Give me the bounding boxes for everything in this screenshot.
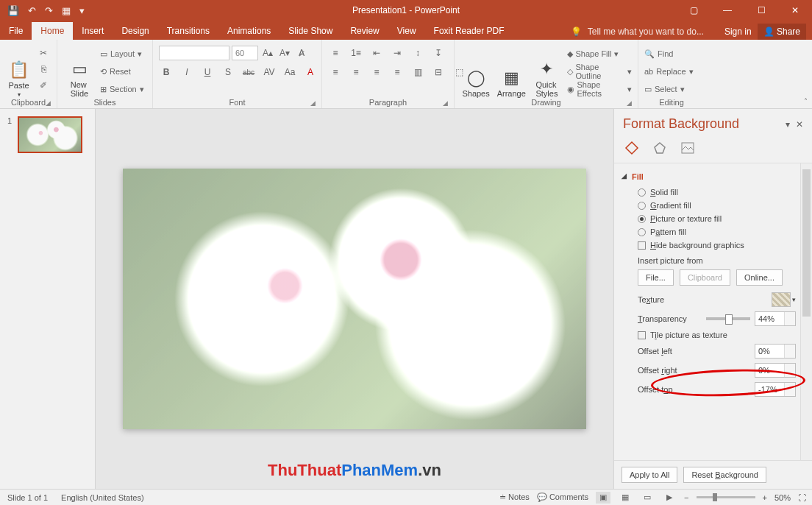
slide-editor[interactable]: ThuThuatPhanMem.vn xyxy=(96,109,613,489)
zoom-out-icon[interactable]: − xyxy=(684,493,688,502)
replace-button[interactable]: ab Replace ▾ xyxy=(644,63,694,80)
shape-effects-button[interactable]: ◉ Shape Effects ▾ xyxy=(567,81,632,97)
ribbon-display-options-icon[interactable]: ▢ xyxy=(677,0,710,21)
font-dialog-launcher-icon[interactable]: ◢ xyxy=(310,99,316,107)
columns-icon[interactable]: ▥ xyxy=(410,65,425,80)
align-right-icon[interactable]: ≡ xyxy=(369,65,384,80)
justify-icon[interactable]: ≡ xyxy=(390,65,405,80)
tab-review[interactable]: Review xyxy=(341,22,388,40)
minimize-icon[interactable]: — xyxy=(710,0,744,21)
online-button[interactable]: Online... xyxy=(736,269,783,286)
increase-indent-icon[interactable]: ⇥ xyxy=(390,46,405,60)
italic-button[interactable]: I xyxy=(179,65,194,80)
font-color-button[interactable]: A xyxy=(303,65,318,80)
format-painter-icon[interactable]: ✐ xyxy=(36,78,51,93)
apply-to-all-button[interactable]: Apply to All xyxy=(622,467,677,483)
tab-foxit[interactable]: Foxit Reader PDF xyxy=(425,22,513,40)
collapse-ribbon-icon[interactable]: ˄ xyxy=(804,97,808,105)
language-indicator[interactable]: English (United States) xyxy=(61,493,144,502)
slide-indicator[interactable]: Slide 1 of 1 xyxy=(7,493,48,502)
underline-button[interactable]: U xyxy=(200,65,215,80)
line-spacing-icon[interactable]: ↕ xyxy=(410,46,425,60)
clear-formatting-icon[interactable]: A̷ xyxy=(294,46,309,60)
quick-styles-button[interactable]: ✦Quick Styles xyxy=(531,43,562,98)
pattern-fill-radio[interactable]: Pattern fill xyxy=(623,225,809,239)
tell-me-input[interactable]: Tell me what you want to do... xyxy=(588,27,704,37)
qat-more-icon[interactable]: ▾ xyxy=(79,5,85,16)
file-button[interactable]: File... xyxy=(638,269,674,286)
reset-background-button[interactable]: Reset Background xyxy=(683,467,766,483)
shape-fill-button[interactable]: ◆ Shape Fill ▾ xyxy=(567,46,632,62)
clipboard-dialog-launcher-icon[interactable]: ◢ xyxy=(46,99,51,107)
pane-options-icon[interactable]: ▾ xyxy=(786,119,790,130)
comments-button[interactable]: 💬 Comments xyxy=(537,492,588,502)
zoom-in-icon[interactable]: + xyxy=(763,493,767,502)
increase-font-icon[interactable]: A▴ xyxy=(260,46,275,60)
pane-close-icon[interactable]: ✕ xyxy=(796,119,803,130)
select-button[interactable]: ▭ Select ▾ xyxy=(644,81,694,97)
solid-fill-radio[interactable]: Solid fill xyxy=(623,186,809,199)
change-case-button[interactable]: Aa xyxy=(282,65,297,80)
zoom-level[interactable]: 50% xyxy=(774,493,791,502)
decrease-indent-icon[interactable]: ⇤ xyxy=(369,46,384,60)
effects-tab-icon[interactable] xyxy=(651,139,669,157)
transparency-input[interactable]: 44% xyxy=(755,311,796,326)
share-button[interactable]: 👤 Share xyxy=(758,24,806,40)
sign-in-link[interactable]: Sign in xyxy=(724,27,752,37)
font-size-input[interactable]: 60 xyxy=(232,46,258,60)
tab-animations[interactable]: Animations xyxy=(218,22,279,40)
undo-icon[interactable]: ↶ xyxy=(28,5,36,16)
tab-transitions[interactable]: Transitions xyxy=(158,22,218,40)
start-from-beginning-icon[interactable]: ▦ xyxy=(62,5,71,16)
maximize-icon[interactable]: ☐ xyxy=(744,0,778,21)
arrange-button[interactable]: ▦Arrange xyxy=(496,43,527,98)
fit-window-icon[interactable]: ⛶ xyxy=(798,493,806,502)
new-slide-button[interactable]: ▭New Slide xyxy=(63,43,96,98)
bold-button[interactable]: B xyxy=(159,65,174,80)
slide-canvas[interactable] xyxy=(123,169,586,429)
gradient-fill-radio[interactable]: Gradient fill xyxy=(623,199,809,212)
offset-left-input[interactable]: 0% xyxy=(755,344,796,359)
shapes-button[interactable]: ◯Shapes xyxy=(460,43,491,98)
drawing-dialog-launcher-icon[interactable]: ◢ xyxy=(627,99,632,107)
align-center-icon[interactable]: ≡ xyxy=(349,65,363,80)
fill-tab-icon[interactable] xyxy=(623,139,641,157)
tab-slideshow[interactable]: Slide Show xyxy=(279,22,341,40)
texture-picker[interactable] xyxy=(772,292,791,307)
find-button[interactable]: 🔍 Find xyxy=(644,46,694,62)
hide-graphics-checkbox[interactable]: Hide background graphics xyxy=(623,239,809,252)
char-spacing-button[interactable]: AV xyxy=(262,65,277,80)
copy-icon[interactable]: ⎘ xyxy=(36,62,51,77)
slide-thumbnail-1[interactable] xyxy=(18,116,82,153)
text-direction-icon[interactable]: ↧ xyxy=(431,46,446,60)
normal-view-icon[interactable]: ▣ xyxy=(596,492,610,504)
tab-file[interactable]: File xyxy=(0,22,32,40)
close-icon[interactable]: ✕ xyxy=(778,0,812,21)
save-icon[interactable]: 💾 xyxy=(7,5,19,16)
tab-design[interactable]: Design xyxy=(113,22,157,40)
reading-view-icon[interactable]: ▭ xyxy=(640,492,655,504)
tab-insert[interactable]: Insert xyxy=(73,22,113,40)
shadow-button[interactable]: S xyxy=(221,65,235,80)
tile-checkbox[interactable]: Tile picture as texture xyxy=(623,328,809,342)
paste-button[interactable]: 📋Paste▾ xyxy=(6,43,32,98)
fill-section-header[interactable]: Fill xyxy=(623,169,809,186)
tab-home[interactable]: Home xyxy=(32,22,73,40)
shape-outline-button[interactable]: ◇ Shape Outline ▾ xyxy=(567,63,632,80)
numbering-icon[interactable]: 1≡ xyxy=(349,46,363,60)
layout-button[interactable]: ▭ Layout ▾ xyxy=(100,46,144,62)
tab-view[interactable]: View xyxy=(388,22,425,40)
section-button[interactable]: ⊞ Section ▾ xyxy=(100,81,144,97)
decrease-font-icon[interactable]: A▾ xyxy=(277,46,292,60)
redo-icon[interactable]: ↷ xyxy=(45,5,53,16)
font-family-input[interactable] xyxy=(159,46,229,60)
bullets-icon[interactable]: ≡ xyxy=(328,46,343,60)
transparency-slider[interactable] xyxy=(706,317,750,320)
cut-icon[interactable]: ✂ xyxy=(36,46,51,60)
reset-button[interactable]: ⟲ Reset xyxy=(100,63,144,80)
picture-tab-icon[interactable] xyxy=(679,139,697,157)
sorter-view-icon[interactable]: ▦ xyxy=(618,492,633,504)
notes-button[interactable]: ≐ Notes xyxy=(499,492,530,502)
zoom-slider[interactable] xyxy=(697,496,755,498)
offset-right-input[interactable]: 0% xyxy=(755,363,796,378)
